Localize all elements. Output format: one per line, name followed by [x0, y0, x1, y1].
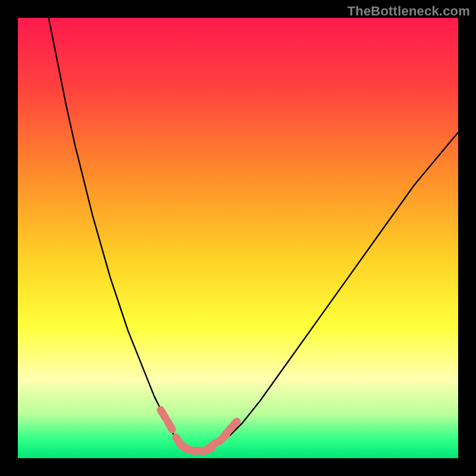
chart-frame: TheBottleneck.com — [0, 0, 476, 476]
chart-svg — [18, 18, 458, 458]
plot-area — [18, 18, 458, 458]
marker-dot — [167, 421, 172, 429]
marker-dot — [208, 443, 215, 449]
watermark-text: TheBottleneck.com — [347, 4, 470, 19]
marker-dot — [161, 410, 165, 418]
gradient-background — [18, 18, 458, 458]
marker-dot — [230, 421, 237, 428]
